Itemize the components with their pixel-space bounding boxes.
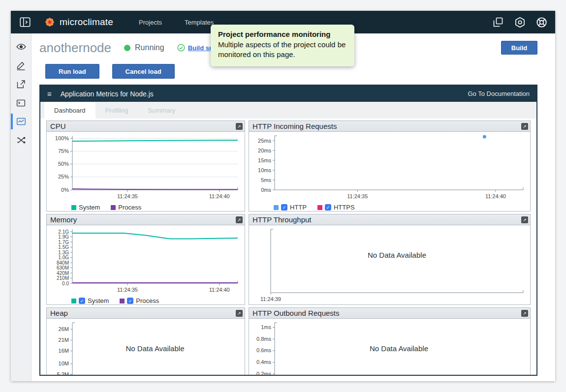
nav-projects[interactable]: Projects <box>139 19 162 26</box>
svg-text:No Data Available: No Data Available <box>370 344 428 353</box>
sidebar-item-edit[interactable] <box>11 56 31 75</box>
tab-summary[interactable]: Summary <box>138 102 186 119</box>
nav-templates[interactable]: Templates <box>185 19 214 26</box>
panel-cpu: CPU↗0%25%50%75%100%11:24:3511:24:40Syste… <box>46 121 245 211</box>
svg-text:75%: 75% <box>58 148 69 154</box>
legend-swatch <box>71 205 76 210</box>
panel-heap: Heap↗26M21M16M10M5.2MNo Data Available <box>46 307 245 375</box>
svg-text:10ms: 10ms <box>258 167 271 173</box>
svg-text:11:24:40: 11:24:40 <box>209 287 230 293</box>
help-icon[interactable] <box>535 15 548 29</box>
panel-http-outbound: HTTP Outbound Requests↗1ms0.8ms0.6ms0.4m… <box>249 307 531 375</box>
monitor-chart-icon <box>16 116 27 127</box>
go-to-documentation-link[interactable]: Go To Documentation <box>468 90 530 97</box>
svg-text:No Data Available: No Data Available <box>368 251 426 259</box>
svg-text:16M: 16M <box>59 348 69 354</box>
svg-text:630M: 630M <box>57 265 69 271</box>
svg-text:11:24:35: 11:24:35 <box>347 193 368 199</box>
panel-title: HTTP Outbound Requests <box>252 309 521 317</box>
terminal-icon <box>16 98 26 108</box>
chart-heap: 26M21M16M10M5.2MNo Data Available <box>47 319 245 375</box>
svg-text:1.5G: 1.5G <box>58 244 69 250</box>
panel-http-throughput: HTTP Throughput↗11:24:39No Data Availabl… <box>249 214 531 305</box>
legend-checkbox[interactable]: ✓ <box>127 298 133 304</box>
svg-text:1ms: 1ms <box>261 324 271 330</box>
svg-text:0.0: 0.0 <box>62 281 69 286</box>
cancel-load-button[interactable]: Cancel load <box>112 64 175 79</box>
svg-text:210M: 210M <box>57 275 69 281</box>
svg-text:0%: 0% <box>61 187 69 193</box>
panel-header-cpu: CPU↗ <box>47 121 245 132</box>
legend-label: System <box>79 204 100 211</box>
sidebar-item-terminal[interactable] <box>11 93 31 112</box>
legend-checkbox[interactable]: ✓ <box>325 204 331 211</box>
collapse-sidebar-icon[interactable] <box>18 15 32 30</box>
chart-area: 0%25%50%75%100%11:24:3511:24:40 <box>47 132 245 204</box>
svg-text:1.3G: 1.3G <box>58 250 69 255</box>
legend-checkbox[interactable]: ✓ <box>281 204 287 211</box>
status-badge: Running <box>124 43 164 52</box>
panel-header-heap: Heap↗ <box>47 308 245 319</box>
build-success-check-icon <box>177 44 185 52</box>
menu-icon[interactable]: ≡ <box>47 90 52 98</box>
navbar-right-icons <box>491 15 548 29</box>
svg-text:10M: 10M <box>59 361 69 366</box>
panel-memory: Memory↗0.0210M420M630M840M1.0G1.3G1.5G1.… <box>46 214 245 305</box>
sidebar-item-launch[interactable] <box>11 75 31 93</box>
tooltip-body: Multiple aspects of the project could be… <box>218 40 347 60</box>
expand-icon[interactable]: ↗ <box>236 123 243 130</box>
legend-item-process: Process <box>111 204 141 211</box>
expand-icon[interactable]: ↗ <box>236 310 243 317</box>
microclimate-logo-icon <box>44 17 55 28</box>
sidebar-item-pipeline[interactable] <box>11 131 31 150</box>
settings-icon[interactable] <box>513 15 527 29</box>
expand-icon[interactable]: ↗ <box>521 310 528 317</box>
build-button[interactable]: Build <box>501 41 537 55</box>
svg-text:26M: 26M <box>59 326 69 332</box>
sidebar-item-open-app[interactable] <box>11 37 31 56</box>
chart-http-incoming: 0ms5ms10ms15ms20ms25ms11:24:3511:24:40 <box>249 132 530 202</box>
chart-area: 11:24:39No Data Available <box>249 225 530 304</box>
legend-label: System <box>88 297 109 304</box>
page-title: anothernode <box>39 40 111 56</box>
chart-area: 0.0210M420M630M840M1.0G1.3G1.5G1.7G1.9G2… <box>47 225 245 297</box>
sidebar-item-monitor[interactable] <box>11 112 31 131</box>
legend-swatch <box>317 205 322 210</box>
svg-text:50%: 50% <box>58 161 69 167</box>
panel-header-memory: Memory↗ <box>47 214 245 225</box>
svg-text:1.9G: 1.9G <box>58 234 69 240</box>
running-status-label: Running <box>135 43 164 52</box>
chart-area: 1ms0.8ms0.6ms0.4ms0.2msNo Data Available <box>249 319 530 375</box>
chart-legend: SystemProcess <box>47 204 245 211</box>
tab-profiling[interactable]: Profiling <box>95 102 138 119</box>
legend-label: HTTPS <box>334 204 355 211</box>
run-load-button[interactable]: Run load <box>45 64 99 79</box>
tooltip-popover: Project performance monitoring Multiple … <box>211 25 354 66</box>
svg-text:0.4ms: 0.4ms <box>256 359 271 365</box>
expand-icon[interactable]: ↗ <box>521 123 528 130</box>
expand-icon[interactable]: ↗ <box>521 216 528 223</box>
expand-icon[interactable]: ↗ <box>236 216 243 223</box>
svg-text:20ms: 20ms <box>258 148 271 153</box>
svg-text:5.2M: 5.2M <box>57 371 69 375</box>
svg-text:840M: 840M <box>57 260 69 266</box>
svg-text:11:24:39: 11:24:39 <box>260 296 281 302</box>
brand-title: microclimate <box>60 17 113 28</box>
panel-title: Memory <box>50 215 236 224</box>
legend-item-http: ✓HTTP <box>274 204 307 211</box>
legend-label: Process <box>118 204 141 211</box>
chart-area: 0ms5ms10ms15ms20ms25ms11:24:3511:24:40 <box>249 132 530 204</box>
chart-area: 26M21M16M10M5.2MNo Data Available <box>47 319 245 375</box>
chart-http-outbound: 1ms0.8ms0.6ms0.4ms0.2msNo Data Available <box>249 319 530 375</box>
svg-text:11:24:35: 11:24:35 <box>117 287 138 293</box>
legend-item-https: ✓HTTPS <box>317 204 355 211</box>
legend-item-process: ✓Process <box>120 297 159 304</box>
projects-stack-icon[interactable] <box>491 15 505 29</box>
legend-checkbox[interactable]: ✓ <box>79 298 85 304</box>
tab-dashboard[interactable]: Dashboard <box>44 102 95 119</box>
metrics-tabs: DashboardProfilingSummary <box>40 102 536 119</box>
tooltip-title: Project performance monitoring <box>218 30 347 38</box>
legend-item-system: System <box>71 204 100 211</box>
legend-swatch <box>71 299 76 303</box>
chart-legend: ✓HTTP✓HTTPS <box>249 204 530 211</box>
